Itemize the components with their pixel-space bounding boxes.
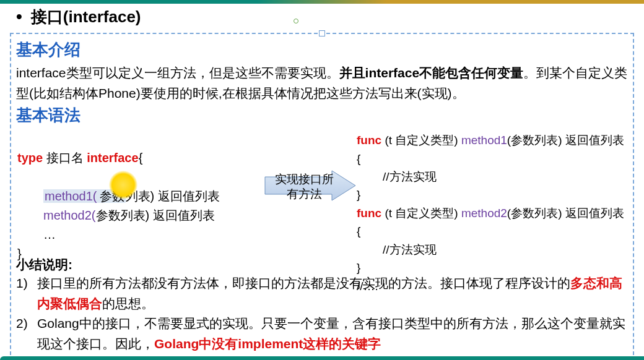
recv-1: (t 自定义类型) [381, 134, 461, 147]
impl-m2: method2 [461, 207, 507, 220]
arrow-label-1: 实现接口所 [275, 173, 334, 186]
intro-bold: 并且interface不能包含任何变量 [339, 66, 524, 80]
impl-body-1: //方法实现 [357, 168, 628, 186]
summary-1b: 的思想。 [102, 296, 154, 311]
impl-body-2: //方法实现 [357, 241, 628, 259]
interface-decl-block: type 接口名 interface{ method1(参数列表) 返回值列表 … [17, 148, 220, 264]
summary-body-2: Golang中的接口，不需要显式的实现。只要一个变量，含有接口类型中的所有方法，… [37, 314, 628, 354]
method1-line: method1(参数列表) 返回值列表 [17, 187, 220, 206]
textbox-selection[interactable]: 基本介绍 interface类型可以定义一组方法，但是这些不需要实现。并且int… [10, 33, 634, 360]
slide-title: 接口(interface) [31, 7, 141, 26]
section-heading-syntax: 基本语法 [16, 105, 628, 126]
section-heading-intro: 基本介绍 [16, 39, 628, 61]
summary-num-1: 1) [16, 273, 37, 314]
slide-title-row: •接口(interface) [0, 4, 644, 33]
impl-block: func (t 自定义类型) method1(参数列表) 返回值列表 { //方… [357, 131, 628, 295]
brace-open: { [139, 151, 143, 165]
window-bottom-border [0, 356, 644, 360]
textbox-handle-icon[interactable] [319, 30, 325, 36]
textbox-rotate-handle-icon[interactable] [294, 19, 298, 24]
kw-func-1: func [357, 134, 381, 147]
method2-line: method2(参数列表) 返回值列表 [17, 206, 220, 225]
method2-name: method2( [43, 208, 96, 222]
impl-close-1: } [357, 186, 628, 204]
intro-paragraph: interface类型可以定义一组方法，但是这些不需要实现。并且interfac… [16, 63, 628, 103]
impl-close-2: } [357, 259, 628, 276]
dots-line: … [17, 225, 220, 244]
bullet-icon: • [16, 7, 22, 26]
method1-rest: 列表) 返回值列表 [126, 189, 220, 203]
brace-close: } [17, 244, 220, 264]
arrow-label: 实现接口所 有方法 [264, 172, 344, 202]
summary-2-em: Golang中没有implement这样的关键字 [154, 336, 381, 351]
impl-line-1: func (t 自定义类型) method1(参数列表) 返回值列表 { [357, 131, 628, 168]
impl-line-2: func (t 自定义类型) method2(参数列表) 返回值列表 { [357, 204, 628, 241]
method2-rest: 参数列表) 返回值列表 [96, 208, 215, 222]
summary-num-2: 2) [16, 314, 37, 354]
iface-name: 接口名 [43, 151, 87, 165]
summary-item-2: 2) Golang中的接口，不需要显式的实现。只要一个变量，含有接口类型中的所有… [16, 314, 628, 354]
kw-func-2: func [357, 207, 381, 220]
impl-dots: //…. [357, 277, 628, 295]
arrow-block: 实现接口所 有方法 [264, 168, 357, 203]
method1-name: method1( [43, 189, 98, 203]
intro-pre: interface类型可以定义一组方法，但是这些不需要实现。 [16, 66, 339, 80]
recv-2: (t 自定义类型) [381, 207, 461, 220]
method1-rest-sel: 参数 [98, 189, 126, 203]
impl-m1: method1 [461, 134, 507, 147]
decl-line-1: type 接口名 interface{ [17, 148, 220, 168]
arrow-label-2: 有方法 [287, 187, 322, 200]
kw-interface: interface [87, 151, 138, 165]
syntax-area: type 接口名 interface{ method1(参数列表) 返回值列表 … [16, 130, 628, 254]
blank-line [17, 168, 220, 187]
kw-type: type [17, 151, 43, 165]
